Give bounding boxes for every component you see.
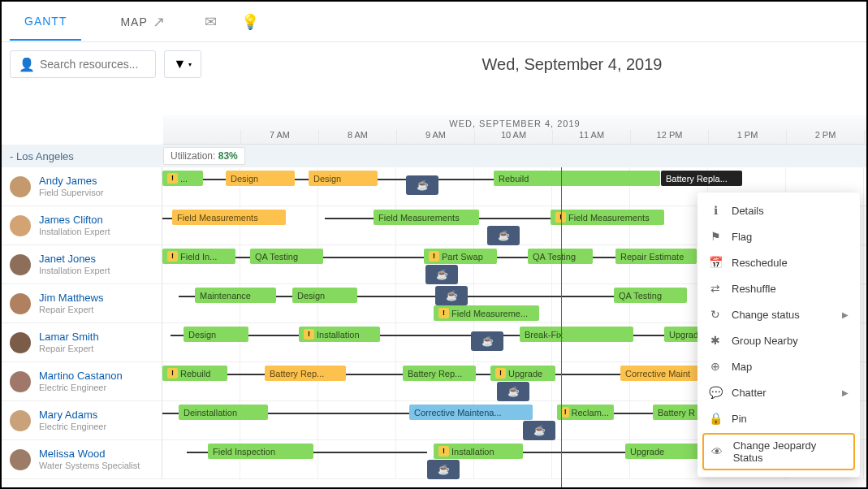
- resource-info[interactable]: Andy James Field Supervisor: [2, 167, 162, 206]
- appointment[interactable]: Deinstallation: [179, 405, 268, 420]
- appointment-label: Design: [231, 174, 258, 184]
- grid-line: [318, 245, 396, 283]
- appointment[interactable]: !Field In...: [162, 249, 235, 264]
- appointment[interactable]: !Field Measurements: [551, 210, 664, 225]
- appointment[interactable]: !Rebuild: [162, 366, 227, 381]
- ctx-item-details[interactable]: ℹ Details: [697, 197, 860, 223]
- resource-info[interactable]: Mary Adams Electric Engineer: [2, 401, 162, 439]
- appointment[interactable]: !Reclam...: [557, 405, 614, 420]
- warning-icon: !: [167, 251, 178, 262]
- appointment[interactable]: !...: [162, 171, 203, 186]
- break-block[interactable]: ☕: [435, 286, 468, 305]
- appointment[interactable]: Break-Fix: [520, 327, 633, 342]
- appointment[interactable]: Upgrade: [625, 444, 702, 459]
- resource-role: Electric Engineer: [39, 383, 123, 393]
- appointment[interactable]: Corrective Maintena...: [409, 405, 533, 420]
- break-block[interactable]: ☕: [523, 421, 555, 440]
- hour-cell: 12 PM: [631, 130, 709, 145]
- ctx-item-reshuffle[interactable]: ⇄ Reshuffle: [697, 275, 860, 301]
- coffee-icon: ☕: [436, 269, 448, 280]
- travel-line: [633, 335, 664, 336]
- break-block[interactable]: ☕: [471, 331, 503, 351]
- appointment-label: QA Testing: [533, 252, 576, 262]
- travel-line: [227, 374, 265, 375]
- util-value: 83%: [218, 150, 238, 162]
- ctx-label: Map: [732, 361, 752, 373]
- ctx-item-chatter[interactable]: 💬 Chatter ▶: [697, 379, 860, 405]
- ctx-item-reschedule[interactable]: 📅 Reschedule: [697, 249, 860, 275]
- search-input[interactable]: [40, 58, 147, 71]
- ctx-item-pin[interactable]: 🔒 Pin: [697, 405, 860, 431]
- appointment[interactable]: Battery Rep...: [265, 366, 346, 381]
- break-block[interactable]: ☕: [425, 265, 458, 284]
- appointment[interactable]: Corrective Maint: [620, 366, 702, 381]
- appointment[interactable]: Design: [292, 288, 357, 303]
- break-block[interactable]: ☕: [427, 460, 460, 479]
- travel-line: [555, 374, 620, 375]
- now-line: [561, 167, 562, 487]
- appointment-label: Repair Estimate: [620, 252, 684, 262]
- ctx-item-flag[interactable]: ⚑ Flag: [697, 223, 860, 249]
- lightbulb-icon[interactable]: 💡: [241, 13, 259, 31]
- appointment[interactable]: QA Testing: [250, 249, 323, 264]
- coffee-icon: ☕: [417, 180, 429, 191]
- resource-info[interactable]: James Clifton Installation Expert: [2, 206, 162, 244]
- resource-info[interactable]: Lamar Smith Repair Expert: [2, 323, 162, 361]
- appointment[interactable]: Design: [226, 171, 295, 186]
- appointment[interactable]: Repair Estimate: [615, 249, 697, 264]
- appointment[interactable]: Battery Repla...: [661, 171, 742, 186]
- appointment[interactable]: !Field Measureme...: [434, 305, 539, 321]
- travel-line: [346, 374, 403, 375]
- break-block[interactable]: ☕: [406, 175, 438, 195]
- funnel-icon: ▼: [174, 57, 187, 71]
- appointment[interactable]: Battery Rep...: [403, 366, 476, 381]
- break-block[interactable]: ☕: [487, 226, 520, 245]
- hour-cell: 3 PM: [865, 130, 866, 145]
- appointment[interactable]: Design: [184, 327, 248, 342]
- resource-info[interactable]: Melissa Wood Water Systems Specialist: [2, 440, 162, 478]
- appointment[interactable]: Field Measurements: [172, 210, 286, 225]
- appointment[interactable]: !Part Swap: [424, 249, 497, 264]
- ctx-item-change-jeopardy-status[interactable]: 👁 Change Jeopardy Status: [702, 433, 855, 470]
- appointment[interactable]: Battery R: [653, 405, 703, 420]
- resource-info[interactable]: Janet Jones Installation Expert: [2, 245, 162, 283]
- travel-line: [523, 452, 625, 453]
- resource-info[interactable]: Jim Matthews Repair Expert: [2, 284, 162, 322]
- filter-button[interactable]: ▼ ▾: [164, 50, 201, 78]
- territory-row[interactable]: - Los Angeles Utilization: 83%: [2, 145, 866, 167]
- resource-info[interactable]: Martino Castanon Electric Engineer: [2, 362, 162, 400]
- tab-gantt[interactable]: GANTT: [10, 3, 81, 41]
- ctx-item-group-nearby[interactable]: ✱ Group Nearby: [697, 327, 860, 353]
- appointment[interactable]: Design: [309, 171, 378, 186]
- hour-cell: 8 AM: [319, 130, 397, 145]
- grid-line: [396, 323, 474, 361]
- avatar: [10, 410, 31, 431]
- travel-line: [162, 218, 172, 219]
- travel-line: [593, 257, 615, 258]
- break-block[interactable]: ☕: [497, 382, 529, 401]
- resource-text: Melissa Wood Water Systems Specialist: [39, 448, 140, 471]
- tab-map[interactable]: MAP ↗: [106, 2, 179, 42]
- ctx-item-change-status[interactable]: ↻ Change status ▶: [697, 301, 860, 327]
- travel-line: [325, 218, 374, 219]
- grid-line: [318, 401, 396, 439]
- ctx-label: Change status: [732, 309, 800, 321]
- appointment[interactable]: Field Measurements: [374, 210, 479, 225]
- resource-text: Mary Adams Electric Engineer: [39, 409, 106, 432]
- appointment[interactable]: !Installation: [434, 444, 523, 459]
- tab-map-label: MAP: [120, 15, 147, 28]
- avatar: [10, 176, 31, 197]
- appointment[interactable]: !Installation: [299, 327, 380, 342]
- appointment-label: Design: [297, 291, 325, 301]
- appointment[interactable]: Maintenance: [195, 288, 276, 303]
- avatar: [10, 215, 31, 236]
- grid-line: [864, 323, 866, 361]
- appointment[interactable]: !Upgrade: [490, 366, 555, 381]
- mail-icon[interactable]: ✉: [205, 13, 217, 31]
- appointment[interactable]: Field Inspection: [208, 444, 313, 459]
- resource-text: Lamar Smith Repair Expert: [39, 331, 99, 354]
- ctx-item-map[interactable]: ⊕ Map: [697, 353, 860, 379]
- appointment[interactable]: QA Testing: [614, 288, 687, 303]
- appointment[interactable]: Rebuild: [494, 171, 660, 186]
- search-box[interactable]: 👤: [10, 50, 156, 78]
